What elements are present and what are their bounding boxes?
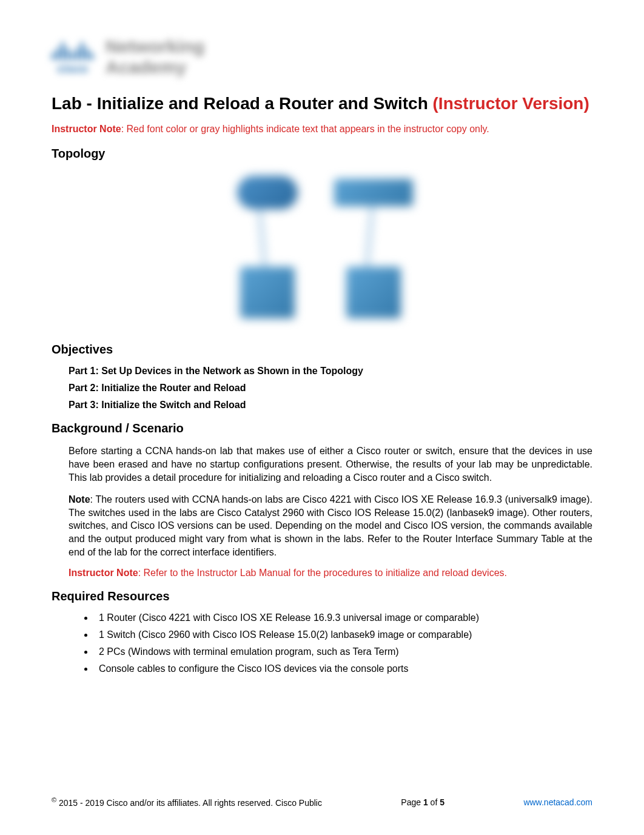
objective-part2: Part 2: Initialize the Router and Reload: [69, 383, 592, 394]
instructor-note-mid-text: : Refer to the Instructor Lab Manual for…: [138, 568, 507, 578]
objectives-heading: Objectives: [52, 343, 592, 357]
resource-router: 1 Router (Cisco 4221 with Cisco IOS XE R…: [94, 612, 592, 623]
page-number: Page 1 of 5: [401, 797, 444, 807]
topology-heading: Topology: [52, 147, 592, 161]
cisco-bars-icon: [52, 39, 93, 60]
instructor-note-mid: Instructor Note: Refer to the Instructor…: [52, 568, 592, 578]
objectives-list: Part 1: Set Up Devices in the Network as…: [52, 366, 592, 411]
logo-academy: Academy: [106, 57, 204, 78]
title-version: (Instructor Version): [433, 94, 589, 113]
switch-icon: [334, 179, 413, 206]
instructor-note-top: Instructor Note: Red font color or gray …: [52, 124, 592, 135]
router-icon: [237, 176, 298, 209]
topology-diagram: [52, 173, 592, 324]
background-heading: Background / Scenario: [52, 421, 592, 435]
note-text: : The routers used with CCNA hands-on la…: [69, 494, 592, 557]
copyright-text: 2015 - 2019 Cisco and/or its affiliates.…: [56, 798, 322, 808]
objective-part1: Part 1: Set Up Devices in the Network as…: [69, 366, 592, 377]
page-current: 1: [423, 797, 428, 807]
note-label: Note: [69, 494, 90, 505]
resource-switch: 1 Switch (Cisco 2960 with Cisco IOS Rele…: [94, 629, 592, 640]
logo-networking: Networking: [106, 36, 204, 57]
cisco-logo: cisco: [52, 39, 93, 76]
logo-words: Networking Academy: [106, 36, 204, 78]
instructor-note-label: Instructor Note: [52, 124, 121, 134]
logo-area: cisco Networking Academy: [52, 36, 592, 78]
resource-cables: Console cables to configure the Cisco IO…: [94, 663, 592, 674]
copyright: © 2015 - 2019 Cisco and/or its affiliate…: [52, 796, 322, 808]
footer: © 2015 - 2019 Cisco and/or its affiliate…: [52, 796, 592, 808]
page-title: Lab - Initialize and Reload a Router and…: [52, 93, 592, 115]
copyright-icon: ©: [52, 796, 56, 803]
resources-list: 1 Router (Cisco 4221 with Cisco IOS XE R…: [52, 612, 592, 674]
page-label: Page: [401, 797, 423, 807]
cisco-brand-text: cisco: [57, 62, 88, 76]
pc-right-icon: [346, 267, 401, 318]
page-total: 5: [440, 797, 444, 807]
background-para1: Before starting a CCNA hands-on lab that…: [52, 444, 592, 484]
instructor-note-text: : Red font color or gray highlights indi…: [121, 124, 489, 134]
pc-left-icon: [240, 267, 295, 318]
netacad-link[interactable]: www.netacad.com: [523, 797, 592, 807]
cable-left-icon: [259, 209, 266, 270]
page-of: of: [428, 797, 440, 807]
title-main: Lab - Initialize and Reload a Router and…: [52, 94, 433, 113]
instructor-note-mid-label: Instructor Note: [69, 568, 138, 578]
resources-heading: Required Resources: [52, 589, 592, 603]
background-note: Note: The routers used with CCNA hands-o…: [52, 493, 592, 558]
objective-part3: Part 3: Initialize the Switch and Reload: [69, 400, 592, 411]
cable-right-icon: [366, 206, 374, 267]
resource-pcs: 2 PCs (Windows with terminal emulation p…: [94, 646, 592, 657]
